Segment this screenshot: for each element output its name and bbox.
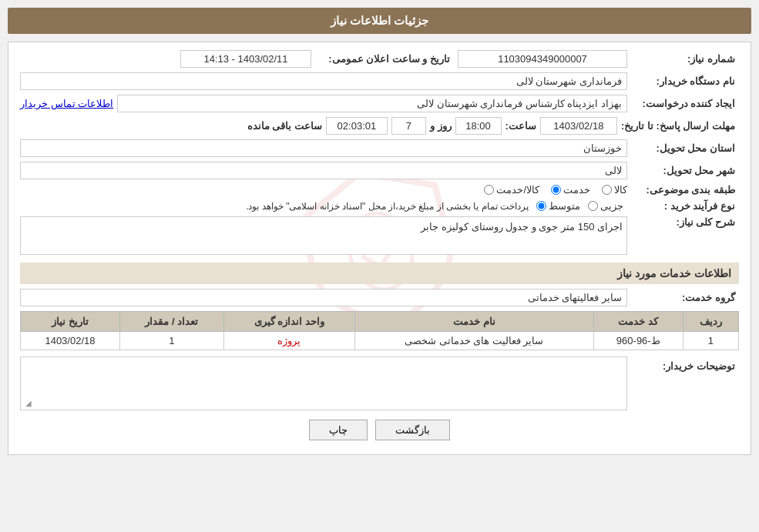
deadline-days: 7 [391,117,426,135]
city-value: لالی [20,162,627,179]
back-button[interactable]: بازگشت [375,420,450,440]
process-label: نوع فرآیند خرید : [631,200,739,212]
services-table: ردیف کد خدمت نام خدمت واحد اندازه گیری ت… [20,311,739,350]
process-options: متوسط جزیی [536,200,623,212]
buyer-org-label: نام دستگاه خریدار: [631,75,739,87]
process-option-medium[interactable]: متوسط [536,200,580,212]
creator-value: بهزاد ایزدپناه کارشناس فرمانداری شهرستان… [117,95,627,112]
category-option-goods[interactable]: کالا [602,184,627,196]
cell-date: 1403/02/18 [21,332,120,350]
announcement-datetime-label: تاریخ و ساعت اعلان عمومی: [315,53,454,65]
page-header: جزئیات اطلاعات نیاز [8,8,751,34]
col-service-code: کد خدمت [593,312,683,332]
need-number-value: 1103094349000007 [458,50,627,68]
city-label: شهر محل تحویل: [631,165,739,176]
col-unit: واحد اندازه گیری [223,312,354,332]
process-note: پرداخت تمام یا بخشی از مبلغ خرید،از محل … [246,201,529,212]
deadline-date: 1403/02/18 [540,117,617,135]
category-option-service[interactable]: خدمت [551,184,590,196]
buyer-org-value: فرمانداری شهرستان لالی [20,72,627,90]
header-title: جزئیات اطلاعات نیاز [331,14,428,27]
services-section-title: اطلاعات خدمات مورد نیاز [20,263,739,284]
announcement-datetime-value: 1403/02/11 - 14:13 [180,50,311,68]
deadline-days-label: روز و [430,120,452,132]
province-label: استان محل تحویل: [631,142,739,154]
remaining-time: 02:03:01 [326,117,388,135]
remaining-time-label: ساعت باقی مانده [247,120,322,132]
category-option-both[interactable]: کالا/خدمت [484,184,539,196]
buttons-row: بازگشت چاپ [20,420,739,447]
table-row: 1 ط-96-960 سایر فعالیت های خدماتی شخصی پ… [21,332,739,350]
cell-row: 1 [683,332,738,350]
print-button[interactable]: چاپ [309,420,368,440]
category-goods-label: کالا [614,184,627,196]
cell-service-name: سایر فعالیت های خدماتی شخصی [354,332,593,350]
category-label: طبقه بندی موضوعی: [631,184,739,196]
need-number-label: شماره نیاز: [631,53,739,65]
group-service-value: سایر فعالیتهای خدماتی [20,289,627,306]
deadline-time-label: ساعت: [505,120,536,132]
cell-quantity: 1 [119,332,223,350]
col-row: ردیف [683,312,738,332]
province-value: خوزستان [20,139,627,157]
cell-service-code: ط-96-960 [593,332,683,350]
category-both-label: کالا/خدمت [496,184,539,196]
col-service-name: نام خدمت [354,312,593,332]
resize-handle[interactable]: ◢ [22,399,32,408]
deadline-time: 18:00 [455,117,502,135]
description-section-title: شرح کلی نیاز: [631,216,739,228]
col-date: تاریخ نیاز [21,312,120,332]
category-service-label: خدمت [563,184,590,196]
process-medium-label: متوسط [549,200,580,212]
description-value: اجرای 150 متر جوی و جدول روستای کولیزه ج… [20,216,627,255]
process-partial-label: جزیی [600,200,623,212]
contact-link[interactable]: اطلاعات تماس خریدار [20,98,113,109]
col-quantity: تعداد / مقدار [119,312,223,332]
process-option-partial[interactable]: جزیی [588,200,623,212]
buyer-notes-label: توضیحات خریدار: [631,356,739,372]
creator-label: ایجاد کننده درخواست: [631,98,739,109]
deadline-label: مهلت ارسال پاسخ: تا تاریخ: [621,120,739,132]
buyer-notes-box[interactable]: ◢ [20,356,627,410]
cell-unit: پروژه [223,332,354,350]
category-radio-group: کالا/خدمت خدمت کالا [484,184,627,196]
group-service-label: گروه خدمت: [631,292,739,303]
